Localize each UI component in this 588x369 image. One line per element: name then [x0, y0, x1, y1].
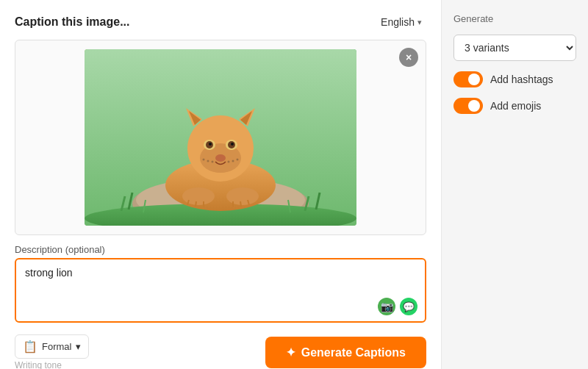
svg-point-25	[207, 160, 209, 162]
emojis-toggle[interactable]	[453, 98, 483, 114]
description-textarea-wrap: strong lion 📷 💬	[15, 258, 426, 323]
generate-label: Generate	[453, 13, 576, 24]
uploaded-image	[85, 49, 356, 226]
tone-button[interactable]: 📋 Formal ▾	[15, 334, 89, 359]
whatsapp-icon[interactable]: 💬	[400, 298, 417, 315]
image-upload-area: ×	[15, 40, 426, 235]
formal-icon: 📋	[23, 340, 37, 354]
language-selector[interactable]: English ▾	[376, 13, 426, 31]
hashtags-toggle[interactable]	[453, 71, 483, 87]
description-label: Description (optional)	[15, 244, 426, 255]
svg-point-31	[226, 187, 259, 205]
emojis-toggle-row: Add emojis	[453, 98, 576, 114]
svg-point-24	[203, 159, 205, 161]
close-icon: ×	[406, 52, 412, 62]
language-label: English	[381, 16, 415, 28]
page-title: Caption this image...	[15, 15, 129, 29]
close-image-button[interactable]: ×	[399, 48, 418, 67]
svg-point-26	[212, 161, 214, 163]
svg-point-21	[209, 143, 212, 146]
textarea-icons: 📷 💬	[378, 298, 417, 315]
sidebar: Generate 1 variant 2 variants 3 variants…	[441, 0, 588, 369]
svg-point-23	[215, 154, 226, 162]
bottom-row: 📋 Formal ▾ Writing tone ✦ Generate Capti…	[15, 334, 426, 369]
header-row: Caption this image... English ▾	[15, 13, 426, 31]
tone-wrapper: 📋 Formal ▾ Writing tone	[15, 334, 89, 369]
svg-point-22	[231, 143, 234, 146]
generate-btn-label: Generate Captions	[301, 346, 406, 359]
svg-point-29	[237, 159, 239, 161]
description-input[interactable]: strong lion	[25, 267, 416, 311]
chevron-down-icon: ▾	[417, 18, 422, 27]
emojis-label: Add emojis	[490, 100, 541, 112]
svg-line-33	[196, 201, 196, 207]
svg-point-27	[228, 161, 230, 163]
main-panel: Caption this image... English ▾	[0, 0, 441, 369]
hashtags-slider	[453, 71, 483, 87]
svg-line-36	[240, 201, 241, 207]
image-icon[interactable]: 📷	[378, 298, 395, 315]
generate-captions-button[interactable]: ✦ Generate Captions	[265, 337, 426, 368]
tone-chevron-icon: ▾	[76, 341, 81, 352]
hashtags-toggle-row: Add hashtags	[453, 71, 576, 87]
tone-label: Formal	[42, 341, 71, 352]
hashtags-label: Add hashtags	[490, 74, 553, 85]
variants-select[interactable]: 1 variant 2 variants 3 variants 4 varian…	[453, 35, 576, 61]
emojis-slider	[453, 98, 483, 114]
lion-illustration	[85, 49, 356, 226]
writing-tone-label: Writing tone	[15, 360, 89, 369]
generate-star-icon: ✦	[286, 345, 295, 359]
svg-point-30	[182, 187, 215, 205]
svg-point-28	[232, 160, 234, 162]
description-section: Description (optional) strong lion 📷 💬	[15, 244, 426, 323]
